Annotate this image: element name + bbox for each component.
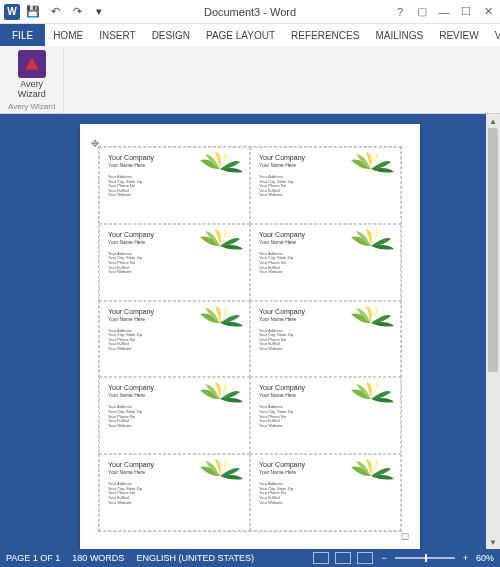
table-resize-icon[interactable]: ◻ bbox=[400, 530, 410, 540]
ribbon-tabs: FILE HOME INSERT DESIGN PAGE LAYOUT REFE… bbox=[0, 24, 500, 46]
leaf-logo-icon bbox=[346, 306, 396, 340]
tab-view[interactable]: VIEW bbox=[487, 24, 500, 46]
maximize-icon[interactable]: ☐ bbox=[456, 3, 476, 21]
business-card[interactable]: Your CompanyYour Name Here Your AddressY… bbox=[250, 224, 401, 301]
zoom-slider[interactable] bbox=[395, 557, 455, 559]
save-icon[interactable]: 💾 bbox=[24, 3, 42, 21]
business-card[interactable]: Your CompanyYour Name Here Your AddressY… bbox=[99, 301, 250, 378]
tab-review[interactable]: REVIEW bbox=[431, 24, 486, 46]
vertical-scrollbar[interactable]: ▲ ▼ bbox=[486, 114, 500, 549]
leaf-logo-icon bbox=[346, 152, 396, 186]
label-grid: Your Company Your Name Here Your Address… bbox=[98, 146, 402, 532]
zoom-in-button[interactable]: + bbox=[461, 553, 470, 563]
scroll-down-icon[interactable]: ▼ bbox=[486, 535, 500, 549]
redo-icon[interactable]: ↷ bbox=[68, 3, 86, 21]
ribbon-group-label: Avery Wizard bbox=[8, 102, 55, 111]
title-bar: W 💾 ↶ ↷ ▾ Document3 - Word ? ▢ — ☐ ✕ bbox=[0, 0, 500, 24]
business-card[interactable]: Your CompanyYour Name Here Your AddressY… bbox=[250, 147, 401, 224]
tab-insert[interactable]: INSERT bbox=[91, 24, 144, 46]
document-area: ✥ ◻ Your Company Your Name Here Your Add… bbox=[0, 114, 500, 549]
window-controls: ? ▢ — ☐ ✕ bbox=[390, 3, 498, 21]
status-page[interactable]: PAGE 1 OF 1 bbox=[6, 553, 60, 563]
leaf-logo-icon bbox=[346, 459, 396, 493]
business-card[interactable]: Your CompanyYour Name Here Your AddressY… bbox=[99, 377, 250, 454]
leaf-logo-icon bbox=[346, 229, 396, 263]
business-card[interactable]: Your Company Your Name Here Your Address… bbox=[99, 147, 250, 224]
leaf-logo-icon bbox=[195, 152, 245, 186]
ribbon-panel: AveryWizard Avery Wizard bbox=[0, 46, 500, 114]
status-words[interactable]: 180 WORDS bbox=[72, 553, 124, 563]
status-bar: PAGE 1 OF 1 180 WORDS ENGLISH (UNITED ST… bbox=[0, 549, 500, 567]
tab-references[interactable]: REFERENCES bbox=[283, 24, 367, 46]
view-read-mode-icon[interactable] bbox=[313, 552, 329, 564]
undo-icon[interactable]: ↶ bbox=[46, 3, 64, 21]
ribbon-display-icon[interactable]: ▢ bbox=[412, 3, 432, 21]
business-card[interactable]: Your CompanyYour Name Here Your AddressY… bbox=[250, 301, 401, 378]
business-card[interactable]: Your CompanyYour Name Here Your AddressY… bbox=[99, 454, 250, 531]
quick-access-toolbar: W 💾 ↶ ↷ ▾ bbox=[0, 3, 108, 21]
tab-page-layout[interactable]: PAGE LAYOUT bbox=[198, 24, 283, 46]
close-icon[interactable]: ✕ bbox=[478, 3, 498, 21]
qat-customize-icon[interactable]: ▾ bbox=[90, 3, 108, 21]
window-title: Document3 - Word bbox=[204, 6, 296, 18]
scroll-up-icon[interactable]: ▲ bbox=[486, 114, 500, 128]
word-app-icon[interactable]: W bbox=[4, 4, 20, 20]
view-web-layout-icon[interactable] bbox=[357, 552, 373, 564]
leaf-logo-icon bbox=[195, 229, 245, 263]
zoom-level[interactable]: 60% bbox=[476, 553, 494, 563]
tab-mailings[interactable]: MAILINGS bbox=[367, 24, 431, 46]
business-card[interactable]: Your CompanyYour Name Here Your AddressY… bbox=[250, 454, 401, 531]
tab-home[interactable]: HOME bbox=[45, 24, 91, 46]
document-page[interactable]: ✥ ◻ Your Company Your Name Here Your Add… bbox=[80, 124, 420, 549]
business-card[interactable]: Your CompanyYour Name Here Your AddressY… bbox=[250, 377, 401, 454]
leaf-logo-icon bbox=[195, 459, 245, 493]
leaf-logo-icon bbox=[195, 382, 245, 416]
avery-wizard-button[interactable]: AveryWizard bbox=[18, 50, 46, 100]
minimize-icon[interactable]: — bbox=[434, 3, 454, 21]
status-language[interactable]: ENGLISH (UNITED STATES) bbox=[136, 553, 254, 563]
help-icon[interactable]: ? bbox=[390, 3, 410, 21]
view-print-layout-icon[interactable] bbox=[335, 552, 351, 564]
zoom-out-button[interactable]: − bbox=[379, 553, 388, 563]
scroll-thumb[interactable] bbox=[488, 128, 498, 372]
business-card[interactable]: Your CompanyYour Name Here Your AddressY… bbox=[99, 224, 250, 301]
tab-design[interactable]: DESIGN bbox=[144, 24, 198, 46]
leaf-logo-icon bbox=[346, 382, 396, 416]
avery-logo-icon bbox=[18, 50, 46, 78]
leaf-logo-icon bbox=[195, 306, 245, 340]
ribbon-group-avery: AveryWizard Avery Wizard bbox=[0, 46, 64, 113]
tab-file[interactable]: FILE bbox=[0, 24, 45, 46]
avery-button-label: AveryWizard bbox=[18, 80, 46, 100]
